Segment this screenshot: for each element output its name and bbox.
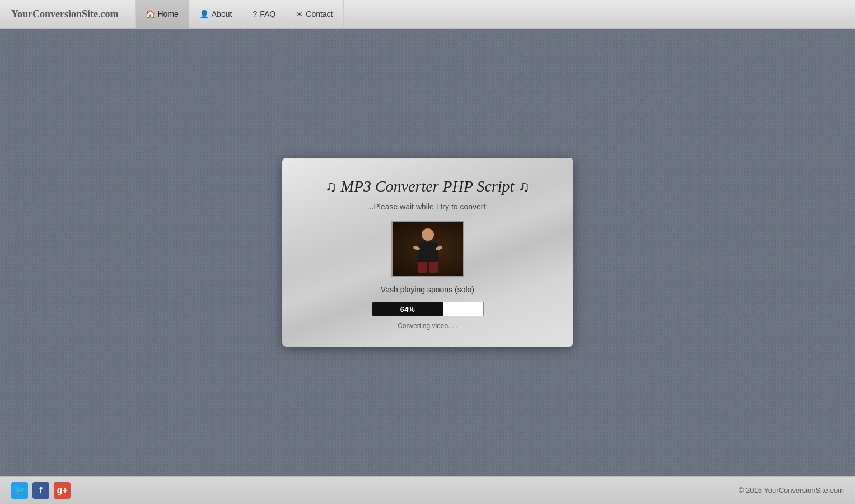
progress-bar: 64% [372, 302, 484, 316]
nav-about-label: About [212, 10, 232, 18]
facebook-label: f [39, 486, 42, 496]
nav-items: 🏠 Home 👤 About ? FAQ ✉ Contact [136, 0, 344, 28]
figure-leg-left [418, 262, 427, 273]
navbar-brand: YourConversionSite.com [11, 8, 119, 20]
google-label: g+ [57, 486, 67, 496]
facebook-icon[interactable]: f [32, 482, 49, 499]
footer-copyright: © 2015 YourConversionSite.com [739, 486, 844, 494]
status-text: Converting video. . . [305, 322, 551, 330]
figure-legs [418, 262, 438, 273]
home-icon: 🏠 [146, 10, 155, 18]
footer: 🐦 f g+ © 2015 YourConversionSite.com [0, 476, 855, 504]
twitter-label: 🐦 [14, 485, 25, 496]
mail-icon: ✉ [296, 10, 303, 18]
figure-head [422, 228, 434, 241]
nav-item-home[interactable]: 🏠 Home [135, 0, 189, 28]
twitter-icon[interactable]: 🐦 [11, 482, 28, 499]
nav-contact-label: Contact [306, 10, 333, 18]
nav-faq-label: FAQ [260, 10, 275, 18]
user-icon: 👤 [199, 10, 209, 18]
faq-icon: ? [253, 10, 257, 18]
main-content: ♫ MP3 Converter PHP Script ♫ ...Please w… [0, 29, 855, 476]
nav-item-about[interactable]: 👤 About [189, 0, 243, 28]
progress-fill: 64% [372, 302, 443, 316]
video-label: Vash playing spoons (solo) [305, 285, 551, 294]
figure-body [418, 242, 438, 262]
google-plus-icon[interactable]: g+ [54, 482, 71, 499]
social-icons: 🐦 f g+ [11, 482, 71, 499]
nav-home-label: Home [158, 10, 179, 18]
progress-percent: 64% [400, 305, 415, 314]
navbar: YourConversionSite.com 🏠 Home 👤 About ? … [0, 0, 855, 29]
nav-item-contact[interactable]: ✉ Contact [286, 0, 343, 28]
converter-card: ♫ MP3 Converter PHP Script ♫ ...Please w… [282, 158, 573, 347]
card-title: ♫ MP3 Converter PHP Script ♫ [305, 178, 551, 195]
figure-leg-right [429, 262, 438, 273]
figure [411, 228, 445, 273]
nav-item-faq[interactable]: ? FAQ [242, 0, 286, 28]
card-subtitle: ...Please wait while I try to convert: [305, 202, 551, 211]
video-thumbnail [391, 221, 464, 277]
